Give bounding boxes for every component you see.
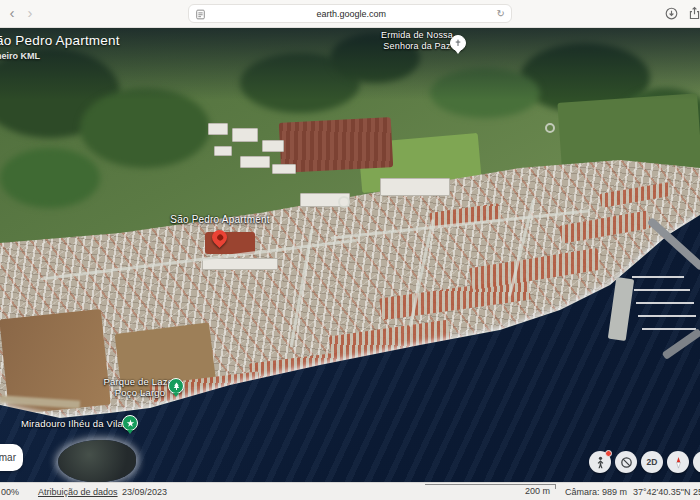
map-breakwater <box>662 328 700 360</box>
share-icon[interactable] <box>687 6 700 21</box>
scale-bar <box>425 484 556 485</box>
church-pin-icon[interactable] <box>450 35 466 51</box>
earth-viewport[interactable]: ão Pedro Apartment heiro KML Ermida de N… <box>0 28 700 482</box>
kml-title: ão Pedro Apartment <box>0 33 120 48</box>
map-artwork <box>0 28 700 482</box>
map-building-row <box>202 258 278 270</box>
map-warehouse <box>232 128 258 142</box>
map-forest <box>0 148 100 208</box>
scale-bar-tick <box>555 484 556 489</box>
map-road <box>290 229 313 348</box>
map-forest <box>80 88 210 168</box>
address-bar[interactable]: earth.google.com ↻ <box>188 4 512 23</box>
map-roofs <box>429 203 501 229</box>
map-warehouse <box>208 123 228 135</box>
attribution-link[interactable]: Atribuição de dados <box>38 487 118 497</box>
zoom-percent: 00% <box>1 487 19 497</box>
2d-button[interactable]: 2D <box>641 451 663 473</box>
poi-label-sao-pedro[interactable]: São Pedro Apartment <box>160 214 280 225</box>
red-map-pin-icon[interactable] <box>209 227 230 248</box>
kml-subtitle: heiro KML <box>0 51 40 61</box>
slashed-circle-button[interactable] <box>615 451 637 473</box>
map-dock <box>632 276 684 278</box>
map-town <box>0 28 700 482</box>
map-field <box>468 173 582 227</box>
map-road <box>41 239 359 280</box>
map-greenhouse <box>380 178 450 196</box>
map-roofs <box>469 248 601 290</box>
back-button[interactable]: ‹ <box>4 4 20 21</box>
map-warehouse <box>272 164 296 174</box>
map-dock <box>642 328 696 330</box>
browser-toolbar: ‹ › earth.google.com ↻ <box>0 0 700 28</box>
coordinates: 37°42'40.35"N 25°26'12.7 <box>633 487 700 497</box>
map-road <box>508 199 535 297</box>
map-quay <box>608 277 634 341</box>
map-dock <box>638 315 696 317</box>
map-dock <box>634 289 690 291</box>
reader-icon[interactable] <box>194 7 207 20</box>
map-warehouse <box>214 146 232 156</box>
map-field-brown <box>0 309 111 415</box>
map-breakwater <box>647 217 700 271</box>
map-roofs <box>599 182 670 208</box>
forward-button[interactable]: › <box>22 4 38 21</box>
map-forest <box>430 68 540 118</box>
map-road <box>409 219 434 327</box>
url-text: earth.google.com <box>212 9 491 19</box>
map-roofs <box>379 278 531 321</box>
map-field <box>0 253 112 322</box>
map-forest <box>0 48 120 138</box>
map-industrial-field <box>279 117 393 173</box>
map-forest <box>520 43 650 113</box>
map-field <box>557 93 700 183</box>
map-ocean-wrap <box>0 28 700 482</box>
pegman-button[interactable] <box>589 451 611 473</box>
map-roofs <box>249 353 341 384</box>
map-field <box>358 133 482 193</box>
map-warehouse <box>262 140 284 152</box>
clipped-control-button[interactable] <box>693 451 700 473</box>
viewpoint-star-icon[interactable] <box>122 415 138 431</box>
map-roofs <box>559 210 651 243</box>
map-shore-rocks <box>0 395 80 409</box>
park-tree-icon[interactable] <box>168 378 184 394</box>
map-warehouse <box>240 156 270 168</box>
compass-button[interactable] <box>667 451 689 473</box>
map-roundabout <box>545 123 555 133</box>
map-roofs <box>329 320 451 362</box>
scale-label: 200 m <box>500 486 550 496</box>
downloads-icon[interactable] <box>664 6 679 21</box>
map-forest <box>610 88 700 178</box>
reload-icon[interactable]: ↻ <box>497 8 505 19</box>
map-greenhouse <box>300 193 350 207</box>
status-bar: 00% Atribuição de dados 23/09/2023 200 m… <box>0 482 700 500</box>
map-ocean <box>0 28 700 482</box>
camera-altitude: Câmara: 989 m <box>565 487 627 497</box>
map-road <box>331 209 590 239</box>
pegman-notification-dot <box>605 450 612 457</box>
close-button-partial[interactable]: mar <box>0 444 23 471</box>
imagery-date: 23/09/2023 <box>122 487 167 497</box>
poi-label-miradouro[interactable]: Miradouro Ilhéu da Vila <box>20 418 124 429</box>
screenshot: ‹ › earth.google.com ↻ <box>0 0 700 500</box>
map-roundabout <box>338 196 350 208</box>
map-forest <box>240 53 360 113</box>
map-dock <box>636 302 694 304</box>
map-islet <box>58 440 136 482</box>
